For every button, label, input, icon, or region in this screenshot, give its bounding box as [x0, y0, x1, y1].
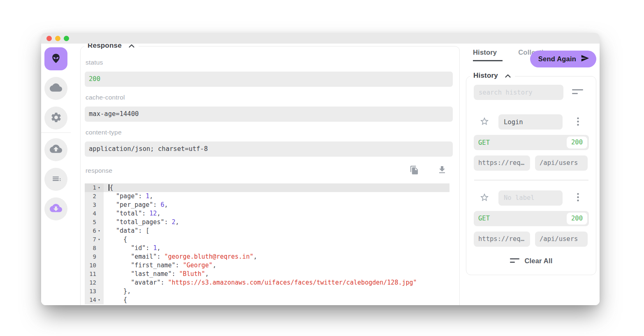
line-gutter: 10 [85, 261, 104, 270]
url-path-pill[interactable]: /api/users [535, 232, 588, 247]
more-vert-icon [577, 193, 579, 203]
code-line[interactable]: 7▾ { [85, 235, 449, 244]
text-caret [109, 184, 109, 191]
line-gutter: 3 [85, 201, 104, 209]
request-summary[interactable]: GET 200 [474, 135, 589, 150]
line-gutter: 2 [85, 192, 104, 201]
line-number: 12 [85, 278, 96, 287]
collapse-response-button[interactable] [128, 44, 135, 50]
history-label-input[interactable] [498, 190, 563, 206]
history-divider [474, 180, 588, 181]
request-summary[interactable]: GET 200 [474, 211, 589, 226]
download-response-button[interactable] [437, 165, 447, 176]
clear-all-label: Clear All [524, 257, 552, 265]
more-options-button[interactable] [576, 116, 580, 128]
more-vert-icon [577, 117, 579, 127]
line-number: 14 [85, 296, 96, 304]
history-search-input[interactable] [474, 85, 563, 100]
code-line[interactable]: 9 "email": "george.bluth@reqres.in", [85, 253, 449, 261]
gear-icon [50, 111, 62, 125]
cloud-upload-icon [50, 143, 62, 157]
fold-arrow-icon[interactable]: ▾ [96, 235, 102, 244]
url-base-pill[interactable]: https://req… [474, 232, 530, 247]
history-title: History [473, 72, 498, 80]
fold-arrow-icon[interactable]: ▾ [96, 227, 102, 235]
code-line[interactable]: 4 "total": 12, [85, 209, 449, 218]
history-item-header [474, 190, 589, 206]
code-line[interactable]: 2 "page": 1, [85, 192, 449, 201]
code-line[interactable]: 1▾{ [85, 183, 449, 192]
sidebar-button-download[interactable] [44, 197, 67, 220]
code-line[interactable]: 3 "per_page": 6, [85, 201, 449, 209]
star-icon [480, 116, 489, 127]
line-number: 11 [85, 270, 96, 278]
sort-lines-icon [572, 89, 583, 96]
response-title: Response [88, 44, 122, 50]
history-panel-legend: History [470, 72, 515, 80]
line-number: 9 [85, 253, 96, 261]
code-line[interactable]: 14▾ { [85, 296, 449, 304]
line-gutter: 6▾ [85, 227, 104, 235]
app-window: Response status 200 cache-control max-ag… [41, 33, 600, 305]
code-line[interactable]: 13 }, [85, 287, 449, 296]
line-number: 6 [85, 227, 96, 235]
send-again-button[interactable]: Send Again [530, 51, 596, 67]
code-content: { [104, 183, 449, 192]
code-line[interactable]: 12 "avatar": "https://s3.amazonaws.com/u… [85, 278, 449, 287]
request-url-row: https://req… /api/users [474, 232, 589, 247]
copy-response-button[interactable] [410, 165, 419, 176]
code-content: "id": 1, [104, 244, 449, 253]
line-number: 7 [85, 235, 96, 244]
response-section: Response status 200 cache-control max-ag… [80, 46, 460, 305]
fold-arrow-icon[interactable]: ▾ [96, 183, 102, 192]
tab-history[interactable]: History [473, 49, 503, 61]
line-number: 4 [85, 209, 96, 218]
line-gutter: 11 [85, 270, 104, 278]
line-gutter: 5 [85, 218, 104, 227]
response-panel-legend: Response [84, 44, 139, 50]
url-base-pill[interactable]: https://req… [474, 155, 530, 171]
favorite-button[interactable] [480, 192, 489, 204]
clear-all-button[interactable]: Clear All [510, 257, 552, 265]
sidebar-button-settings[interactable] [44, 107, 67, 130]
field-label-content-type: content-type [86, 129, 453, 136]
send-icon [581, 54, 589, 64]
code-line[interactable]: 8 "id": 1, [85, 244, 449, 253]
code-content: "first_name": "George", [104, 261, 449, 270]
line-gutter: 1▾ [85, 183, 104, 192]
fold-arrow-icon[interactable]: ▾ [96, 296, 102, 304]
code-line[interactable]: 11 "last_name": "Bluth", [85, 270, 449, 278]
sidebar-button-home[interactable] [44, 47, 67, 70]
sidebar-button-list[interactable] [44, 168, 67, 191]
traffic-light-close[interactable] [46, 36, 52, 41]
traffic-light-minimize[interactable] [55, 36, 60, 41]
url-path-pill[interactable]: /api/users [535, 155, 588, 171]
line-gutter: 14▾ [85, 296, 104, 304]
history-item-header [474, 114, 589, 130]
favorite-button[interactable] [480, 116, 489, 127]
traffic-light-zoom[interactable] [64, 36, 69, 41]
line-number: 3 [85, 201, 96, 209]
sidebar-button-upload[interactable] [44, 138, 67, 161]
code-content: }, [104, 287, 449, 296]
code-editor[interactable]: 1▾{2 "page": 1,3 "per_page": 6,4 "total"… [85, 183, 449, 304]
code-content: "data": [ [104, 227, 449, 235]
sidebar [41, 44, 71, 305]
code-line[interactable]: 6▾ "data": [ [85, 227, 449, 235]
response-panel-content: status 200 cache-control max-age=14400 c… [81, 46, 459, 304]
sidebar-button-cloud[interactable] [44, 77, 67, 100]
star-icon [480, 192, 489, 204]
code-line[interactable]: 5 "total_pages": 2, [85, 218, 449, 227]
collapse-history-button[interactable] [504, 72, 512, 80]
history-label-input[interactable] [498, 114, 563, 130]
code-content: "email": "george.bluth@reqres.in", [104, 253, 449, 261]
sort-history-button[interactable] [570, 88, 585, 97]
field-group-cache-control: cache-control max-age=14400 [85, 94, 453, 122]
more-options-button[interactable] [576, 192, 580, 204]
code-line[interactable]: 10 "first_name": "George", [85, 261, 449, 270]
history-item: GET 200 https://req… /api/users [474, 190, 589, 247]
page: Response status 200 cache-control max-ag… [0, 0, 644, 336]
field-value-cache-control: max-age=14400 [85, 107, 453, 122]
download-icon [437, 165, 447, 176]
response-panel: Response status 200 cache-control max-ag… [80, 46, 460, 305]
